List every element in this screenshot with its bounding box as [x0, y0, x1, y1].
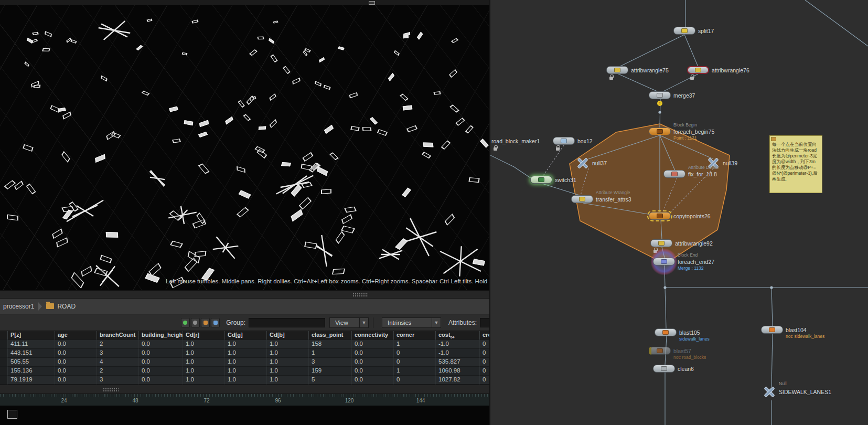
cell[interactable]: 1 — [309, 349, 352, 358]
cell[interactable]: 505.55 — [8, 358, 55, 367]
cell[interactable]: 2 — [97, 340, 139, 349]
node-body[interactable] — [650, 239, 672, 247]
node-attribwrangle76[interactable]: attribwrangle76 — [687, 66, 709, 74]
scrollbar-grip-icon[interactable] — [103, 388, 119, 392]
cell[interactable]: 4 — [97, 358, 139, 367]
node-body[interactable] — [530, 176, 552, 184]
cell[interactable]: 0.0 — [55, 349, 97, 358]
cell[interactable]: 1 — [394, 340, 436, 349]
warning-badge-icon[interactable]: ! — [657, 101, 662, 106]
cell[interactable]: 1.0 — [225, 367, 267, 376]
node-null37[interactable]: null37 — [577, 157, 588, 169]
cell[interactable]: 155.136 — [8, 367, 55, 376]
node-copytopoints26[interactable]: copytopoints26 — [649, 212, 671, 220]
cell[interactable]: -1.0 — [436, 349, 480, 358]
column-header[interactable]: P[z] — [8, 331, 55, 340]
primitives-toggle-icon[interactable] — [201, 318, 210, 327]
cell[interactable]: 0.0 — [139, 358, 183, 367]
cell[interactable]: 0.0 — [55, 376, 97, 385]
cell[interactable]: 0 — [480, 358, 490, 367]
sheet-scrollbar[interactable] — [0, 385, 490, 394]
intrinsics-dropdown[interactable]: Intrinsics ▼ — [382, 317, 441, 328]
view-dropdown[interactable]: View ▼ — [329, 317, 369, 328]
chevron-down-icon[interactable]: ▼ — [432, 317, 441, 328]
node-box12[interactable]: box12 — [553, 137, 575, 145]
node-merge37[interactable]: merge37! — [649, 91, 671, 99]
cell[interactable]: 1.0 — [183, 349, 225, 358]
node-body[interactable] — [653, 365, 675, 373]
node-transfer_attrs3[interactable]: transfer_attrs3Attribute Wrangle — [571, 195, 593, 203]
sticky-note[interactable]: 每一个点在当前位置向法线方向生成一块road长度为@perimeter-3宽度为… — [769, 135, 822, 193]
chevron-down-icon[interactable]: ▼ — [360, 317, 369, 328]
node-body[interactable] — [649, 128, 671, 135]
column-header[interactable]: class_point — [309, 331, 352, 340]
timeline[interactable]: 24487296120144 — [0, 394, 490, 406]
cell[interactable]: 159 — [309, 367, 352, 376]
vertices-toggle-icon[interactable] — [191, 318, 200, 327]
cell[interactable]: 1.0 — [183, 367, 225, 376]
node-switch31[interactable]: switch31 — [530, 176, 552, 184]
node-foreach_begin75[interactable]: foreach_begin75Block BeginPoint : 1131 — [649, 128, 671, 135]
node-blast105[interactable]: blast105sidewalk_lanes — [655, 328, 677, 336]
cell[interactable]: 1060.98 — [436, 367, 480, 376]
column-header[interactable]: age — [55, 331, 97, 340]
cell[interactable]: 1.0 — [267, 349, 309, 358]
cell[interactable]: 0 — [394, 358, 436, 367]
node-body[interactable] — [673, 27, 695, 35]
frame-field[interactable] — [7, 410, 17, 419]
column-header[interactable]: branchCount — [97, 331, 139, 340]
view-dropdown-label[interactable]: View — [329, 317, 360, 328]
group-input[interactable] — [249, 318, 325, 327]
cell[interactable]: 1027.82 — [436, 376, 480, 385]
cell[interactable]: 0.0 — [352, 349, 394, 358]
breadcrumb-current[interactable]: ROAD — [57, 303, 76, 310]
cell[interactable]: 1.0 — [183, 358, 225, 367]
table-row[interactable]: 411.110.020.01.01.01.01580.01-1.00 — [0, 340, 490, 349]
bypass-flag[interactable] — [649, 347, 651, 355]
cell[interactable]: 0.0 — [55, 358, 97, 367]
cell[interactable]: 1 — [394, 367, 436, 376]
cell[interactable]: 0 — [480, 349, 490, 358]
cell[interactable]: 0.0 — [55, 340, 97, 349]
cell[interactable]: 79.1919 — [8, 376, 55, 385]
cell[interactable]: 0.0 — [139, 340, 183, 349]
cell[interactable]: 0 — [394, 349, 436, 358]
cell[interactable]: 0.0 — [55, 367, 97, 376]
breadcrumb-root[interactable]: processor1 — [3, 303, 34, 310]
viewport-scrollbar[interactable] — [0, 290, 490, 299]
node-body[interactable] — [606, 66, 628, 74]
cell[interactable]: 1.0 — [225, 358, 267, 367]
node-body[interactable] — [655, 328, 677, 336]
cell[interactable]: 0.0 — [139, 376, 183, 385]
cell[interactable]: 1.0 — [267, 376, 309, 385]
table-row[interactable]: 443.1510.030.01.01.01.010.00-1.00 — [0, 349, 490, 358]
node-SIDEWALK_LANES1[interactable]: SIDEWALK_LANES1Null — [764, 386, 775, 398]
node-body[interactable] — [649, 212, 671, 220]
cell[interactable]: 3 — [97, 376, 139, 385]
cell[interactable]: 0.0 — [139, 349, 183, 358]
cell[interactable]: 411.11 — [8, 340, 55, 349]
column-header[interactable]: cost64 — [436, 331, 480, 340]
cell[interactable]: 1.0 — [183, 376, 225, 385]
viewport-window-icon[interactable] — [369, 1, 375, 5]
column-header[interactable]: building_height — [139, 331, 183, 340]
node-split17[interactable]: split17 — [673, 27, 695, 35]
node-body[interactable] — [653, 258, 675, 265]
network-editor[interactable]: split17attribwrangle75attribwrangle76mer… — [490, 0, 868, 425]
cell[interactable]: 2 — [97, 367, 139, 376]
node-attribwrangle75[interactable]: attribwrangle75 — [606, 66, 628, 74]
node-attribwrangle92[interactable]: attribwrangle92 — [650, 239, 672, 247]
cell[interactable]: 0 — [480, 367, 490, 376]
cell[interactable]: 0.0 — [352, 376, 394, 385]
column-header[interactable]: Cd[r] — [183, 331, 225, 340]
table-row[interactable]: 79.19190.030.01.01.01.050.001027.820 — [0, 376, 490, 385]
column-header[interactable]: Cd[b] — [267, 331, 309, 340]
column-header[interactable]: cros — [480, 331, 490, 340]
column-header[interactable]: corner — [394, 331, 436, 340]
scene-viewport[interactable]: Left mouse tumbles. Middle pans. Right d… — [0, 5, 490, 290]
node-body[interactable] — [571, 195, 593, 203]
node-body[interactable] — [553, 137, 575, 145]
node-body[interactable] — [663, 170, 685, 178]
node-fix_for_18.8[interactable]: fix_for_18.8Attribute Delete — [663, 170, 685, 178]
cell[interactable]: 1.0 — [225, 340, 267, 349]
